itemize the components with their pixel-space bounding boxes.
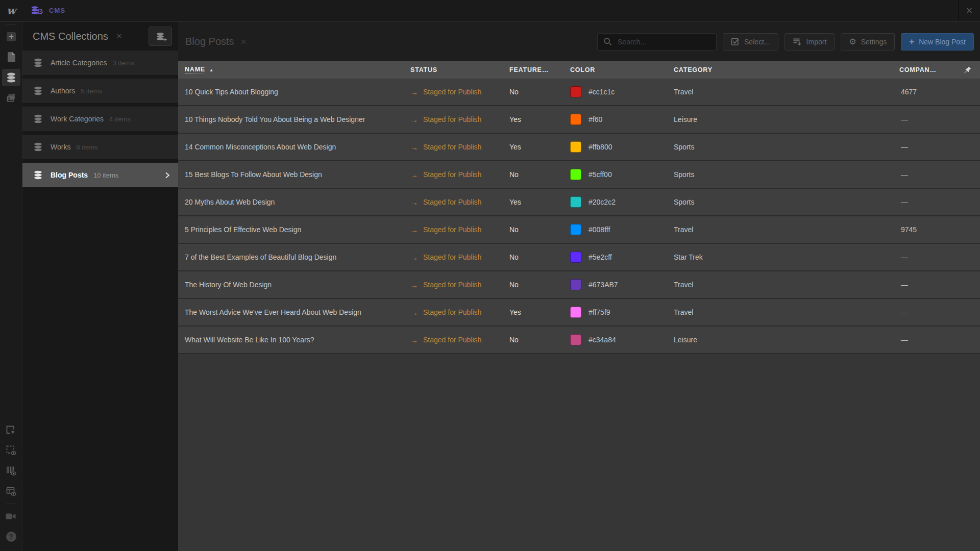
hidden-elements-button[interactable] <box>2 442 20 459</box>
breadcrumb-cms[interactable]: ⚙ CMS <box>31 5 66 16</box>
collection-item-count: 4 items <box>109 115 131 123</box>
status-arrow-icon: → <box>410 198 418 207</box>
collection-item-work-categories[interactable]: Work Categories4 items <box>22 107 178 131</box>
column-header-name[interactable]: NAME ▲ <box>178 66 410 74</box>
help-button[interactable]: ? <box>2 528 20 545</box>
column-header-company[interactable]: COMPAN… <box>899 66 980 74</box>
collection-item-article-categories[interactable]: Article Categories3 items <box>22 51 178 75</box>
xray-mode-button[interactable] <box>2 483 20 500</box>
status-label: Staged for Publish <box>423 226 481 234</box>
collections-panel-title: CMS Collections <box>33 31 108 42</box>
color-hex-label: #008fff <box>589 226 610 234</box>
status-arrow-icon: → <box>410 253 418 262</box>
cell-featured: No <box>509 88 569 96</box>
table-row[interactable]: The History Of Web Design→Staged for Pub… <box>178 271 980 299</box>
cell-featured: No <box>509 281 569 289</box>
color-hex-label: #673AB7 <box>589 281 618 289</box>
collections-close-icon[interactable]: × <box>116 31 122 42</box>
import-button[interactable]: Import <box>785 33 835 51</box>
status-label: Staged for Publish <box>423 253 481 261</box>
new-blog-post-button[interactable]: + New Blog Post <box>901 33 974 51</box>
status-arrow-icon: → <box>410 281 418 289</box>
table-row[interactable]: 7 of the Best Examples of Beautiful Blog… <box>178 244 980 271</box>
collection-item-authors[interactable]: Authors5 items <box>22 79 178 103</box>
cell-category: Travel <box>674 281 899 289</box>
video-camera-icon <box>6 512 16 520</box>
cell-featured: Yes <box>509 115 569 123</box>
column-header-color[interactable]: COLOR <box>569 66 674 73</box>
guides-visibility-button[interactable] <box>2 462 20 480</box>
add-collection-button[interactable]: + <box>149 27 172 46</box>
collection-item-count: 5 items <box>81 87 102 95</box>
cell-featured: Yes <box>509 308 569 316</box>
collection-item-count: 10 items <box>93 171 118 179</box>
cell-name: 15 Best Blogs To Follow About Web Design <box>178 170 410 179</box>
cell-name: 10 Quick Tips About Blogging <box>178 88 410 96</box>
table-row[interactable]: What Will Website Be Like In 100 Years?→… <box>178 327 980 354</box>
color-hex-label: #cc1c1c <box>589 88 615 96</box>
table-row[interactable]: 20 Myths About Web Design→Staged for Pub… <box>178 189 980 216</box>
cell-name: The History Of Web Design <box>178 281 410 289</box>
collection-item-label: Works <box>51 143 70 151</box>
collection-database-icon <box>33 170 43 180</box>
column-header-category[interactable]: CATEGORY <box>674 66 899 73</box>
cell-status: →Staged for Publish <box>410 281 509 289</box>
search-input[interactable] <box>617 37 710 46</box>
cell-status: →Staged for Publish <box>410 170 509 179</box>
table-row[interactable]: 10 Quick Tips About Blogging→Staged for … <box>178 79 980 106</box>
collection-database-icon <box>33 58 43 67</box>
cell-color: #f60 <box>569 114 674 125</box>
select-button[interactable]: Select... <box>723 33 778 51</box>
table-row[interactable]: 15 Best Blogs To Follow About Web Design… <box>178 161 980 189</box>
settings-button[interactable]: ⚙ Settings <box>841 33 895 51</box>
color-swatch <box>570 279 581 290</box>
cell-category: Travel <box>674 88 899 96</box>
collections-panel-header: CMS Collections × + <box>22 22 178 51</box>
cell-category: Sports <box>674 143 899 151</box>
cell-name: 10 Things Nobody Told You About Being a … <box>178 115 410 123</box>
cell-category: Star Trek <box>674 253 899 261</box>
column-header-status[interactable]: STATUS <box>410 66 509 73</box>
pages-button[interactable] <box>2 48 20 66</box>
pin-column-icon[interactable] <box>963 66 972 74</box>
add-elements-button[interactable] <box>2 28 20 45</box>
import-button-label: Import <box>806 38 827 46</box>
vertical-lines-eye-icon <box>6 465 17 477</box>
status-label: Staged for Publish <box>423 115 481 123</box>
name-column-label[interactable]: NAME <box>185 66 205 74</box>
status-arrow-icon: → <box>410 143 418 152</box>
collection-tab-close-icon[interactable]: × <box>241 36 247 47</box>
color-swatch <box>570 307 581 318</box>
status-label: Staged for Publish <box>423 336 481 344</box>
cell-name: 7 of the Best Examples of Beautiful Blog… <box>178 253 410 261</box>
webflow-logo-icon[interactable]: w <box>0 4 22 17</box>
cms-collections-button[interactable] <box>2 69 20 86</box>
cell-status: →Staged for Publish <box>410 88 509 96</box>
collection-item-label: Article Categories <box>51 59 107 67</box>
assets-button[interactable] <box>2 89 20 107</box>
status-arrow-icon: → <box>410 308 418 317</box>
table-row[interactable]: 5 Principles Of Effective Web Design→Sta… <box>178 216 980 244</box>
collection-item-blog-posts[interactable]: Blog Posts10 items <box>22 163 178 187</box>
cell-company: — <box>899 336 980 344</box>
video-tutorials-button[interactable] <box>2 508 20 525</box>
color-swatch <box>570 86 581 97</box>
search-box[interactable] <box>597 33 717 51</box>
cell-company: — <box>899 170 980 179</box>
table-row[interactable]: The Worst Advice We've Ever Heard About … <box>178 299 980 327</box>
table-row[interactable]: 14 Common Misconceptions About Web Desig… <box>178 134 980 161</box>
table-row[interactable]: 10 Things Nobody Told You About Being a … <box>178 106 980 134</box>
collection-item-works[interactable]: Works8 items <box>22 135 178 159</box>
color-swatch <box>570 224 581 235</box>
close-panel-icon[interactable]: × <box>959 0 980 21</box>
edit-mode-button[interactable] <box>2 421 20 439</box>
column-header-featured[interactable]: FEATURE… <box>509 66 569 73</box>
cell-company: — <box>899 143 980 151</box>
collection-tab-title: Blog Posts <box>185 36 234 47</box>
color-swatch <box>570 252 581 263</box>
sort-ascending-icon: ▲ <box>209 68 214 72</box>
gear-icon: ⚙ <box>849 38 856 46</box>
cell-status: →Staged for Publish <box>410 115 509 124</box>
cell-category: Sports <box>674 170 899 179</box>
status-arrow-icon: → <box>410 226 418 234</box>
